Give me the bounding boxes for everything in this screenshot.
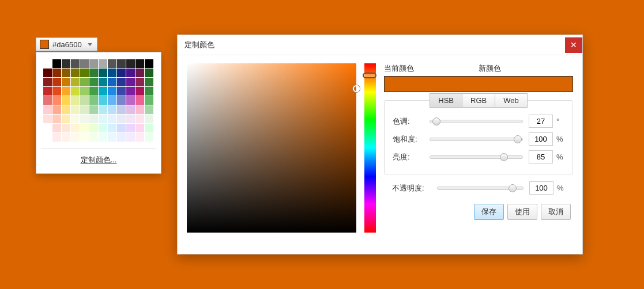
palette-cell[interactable] bbox=[89, 105, 98, 114]
palette-cell[interactable] bbox=[71, 105, 80, 114]
palette-cell[interactable] bbox=[126, 96, 135, 105]
palette-cell[interactable] bbox=[108, 69, 116, 77]
palette-cell[interactable] bbox=[117, 105, 126, 114]
palette-cell[interactable] bbox=[43, 87, 52, 96]
palette-cell[interactable] bbox=[135, 78, 144, 86]
palette-cell[interactable] bbox=[108, 133, 116, 142]
palette-cell[interactable] bbox=[135, 59, 144, 68]
palette-cell[interactable] bbox=[62, 59, 70, 68]
hue-slider[interactable] bbox=[364, 63, 376, 233]
sv-thumb[interactable] bbox=[353, 85, 360, 92]
saturation-slider[interactable] bbox=[430, 138, 523, 141]
palette-cell[interactable] bbox=[145, 115, 153, 123]
palette-cell[interactable] bbox=[52, 124, 61, 132]
palette-cell[interactable] bbox=[80, 96, 89, 105]
palette-cell[interactable] bbox=[80, 78, 89, 86]
palette-cell[interactable] bbox=[52, 78, 61, 86]
palette-cell[interactable] bbox=[108, 96, 116, 105]
palette-cell[interactable] bbox=[126, 124, 135, 132]
palette-cell[interactable] bbox=[145, 69, 153, 77]
palette-cell[interactable] bbox=[145, 133, 153, 142]
palette-cell[interactable] bbox=[43, 78, 52, 86]
palette-cell[interactable] bbox=[126, 115, 135, 123]
palette-cell[interactable] bbox=[89, 78, 98, 86]
slider-thumb[interactable] bbox=[509, 184, 517, 192]
palette-cell[interactable] bbox=[71, 96, 80, 105]
palette-cell[interactable] bbox=[80, 87, 89, 96]
palette-cell[interactable] bbox=[62, 115, 70, 123]
palette-cell[interactable] bbox=[145, 59, 153, 68]
palette-cell[interactable] bbox=[108, 78, 116, 86]
palette-cell[interactable] bbox=[71, 124, 80, 132]
palette-cell[interactable] bbox=[80, 115, 89, 123]
palette-cell[interactable] bbox=[89, 87, 98, 96]
palette-cell[interactable] bbox=[99, 59, 107, 68]
palette-cell[interactable] bbox=[43, 124, 52, 132]
palette-cell[interactable] bbox=[126, 87, 135, 96]
palette-cell[interactable] bbox=[89, 115, 98, 123]
palette-cell[interactable] bbox=[52, 59, 61, 68]
palette-cell[interactable] bbox=[117, 59, 126, 68]
palette-cell[interactable] bbox=[71, 78, 80, 86]
palette-cell[interactable] bbox=[99, 87, 107, 96]
palette-cell[interactable] bbox=[71, 133, 80, 142]
palette-cell[interactable] bbox=[71, 87, 80, 96]
opacity-slider[interactable] bbox=[437, 187, 524, 190]
palette-cell[interactable] bbox=[99, 96, 107, 105]
palette-cell[interactable] bbox=[89, 59, 98, 68]
tab-hsb[interactable]: HSB bbox=[430, 93, 462, 108]
palette-cell[interactable] bbox=[62, 87, 70, 96]
palette-cell[interactable] bbox=[89, 69, 98, 77]
slider-thumb[interactable] bbox=[514, 135, 522, 143]
palette-cell[interactable] bbox=[52, 69, 61, 77]
brightness-slider[interactable] bbox=[430, 155, 523, 159]
hue-bar[interactable] bbox=[364, 63, 376, 233]
palette-cell[interactable] bbox=[43, 96, 52, 105]
apply-button[interactable]: 使用 bbox=[507, 204, 537, 220]
palette-cell[interactable] bbox=[145, 78, 153, 86]
palette-cell[interactable] bbox=[145, 124, 153, 132]
palette-cell[interactable] bbox=[135, 69, 144, 77]
palette-cell[interactable] bbox=[108, 124, 116, 132]
palette-cell[interactable] bbox=[62, 133, 70, 142]
palette-cell[interactable] bbox=[117, 124, 126, 132]
palette-cell[interactable] bbox=[117, 69, 126, 77]
palette-cell[interactable] bbox=[62, 96, 70, 105]
palette-cell[interactable] bbox=[126, 59, 135, 68]
sv-picker[interactable] bbox=[187, 63, 356, 233]
palette-cell[interactable] bbox=[71, 115, 80, 123]
palette-cell[interactable] bbox=[135, 124, 144, 132]
palette-cell[interactable] bbox=[80, 105, 89, 114]
palette-cell[interactable] bbox=[99, 105, 107, 114]
palette-cell[interactable] bbox=[108, 105, 116, 114]
palette-cell[interactable] bbox=[126, 105, 135, 114]
palette-cell[interactable] bbox=[43, 115, 52, 123]
palette-cell[interactable] bbox=[62, 78, 70, 86]
palette-cell[interactable] bbox=[99, 78, 107, 86]
palette-cell[interactable] bbox=[80, 69, 89, 77]
palette-cell[interactable] bbox=[145, 87, 153, 96]
palette-cell[interactable] bbox=[108, 87, 116, 96]
palette-cell[interactable] bbox=[108, 59, 116, 68]
palette-cell[interactable] bbox=[43, 59, 52, 68]
palette-cell[interactable] bbox=[52, 133, 61, 142]
slider-thumb[interactable] bbox=[500, 153, 508, 161]
hue-input[interactable] bbox=[529, 115, 553, 128]
palette-cell[interactable] bbox=[52, 115, 61, 123]
slider-thumb[interactable] bbox=[432, 117, 440, 126]
palette-cell[interactable] bbox=[99, 69, 107, 77]
palette-cell[interactable] bbox=[71, 59, 80, 68]
palette-cell[interactable] bbox=[99, 124, 107, 132]
close-button[interactable]: ✕ bbox=[565, 37, 582, 53]
palette-grid[interactable] bbox=[43, 59, 154, 142]
palette-cell[interactable] bbox=[117, 133, 126, 142]
palette-cell[interactable] bbox=[135, 133, 144, 142]
palette-cell[interactable] bbox=[135, 115, 144, 123]
palette-cell[interactable] bbox=[126, 78, 135, 86]
saturation-input[interactable] bbox=[529, 132, 553, 146]
palette-cell[interactable] bbox=[117, 87, 126, 96]
palette-cell[interactable] bbox=[52, 87, 61, 96]
palette-cell[interactable] bbox=[117, 115, 126, 123]
palette-cell[interactable] bbox=[89, 133, 98, 142]
palette-cell[interactable] bbox=[135, 87, 144, 96]
